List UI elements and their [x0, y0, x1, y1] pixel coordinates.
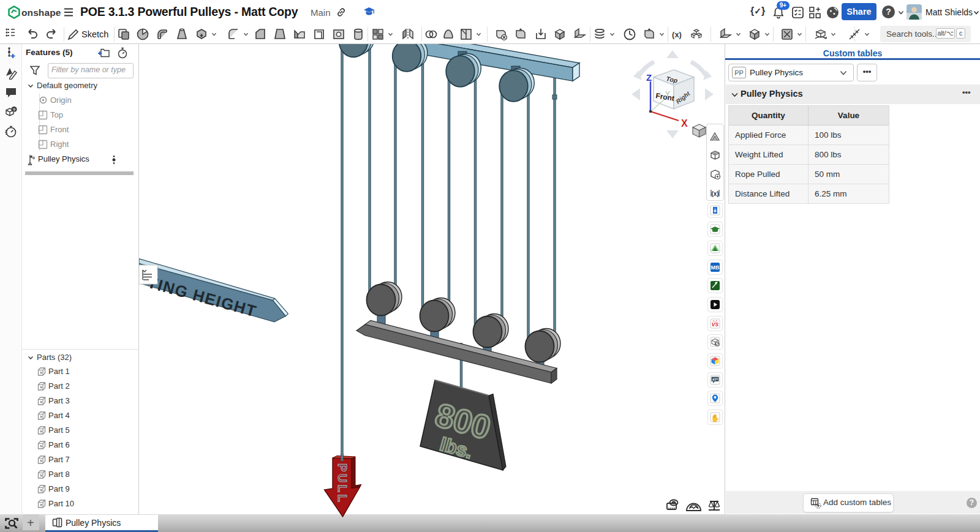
svg-text:?: ?: [13, 107, 16, 113]
svg-text:PULL: PULL: [336, 463, 349, 504]
svg-text:(x): (x): [672, 30, 682, 39]
svg-text:X: X: [681, 118, 688, 129]
svg-text:Y: Y: [665, 90, 670, 99]
svg-text:Z: Z: [646, 72, 652, 83]
